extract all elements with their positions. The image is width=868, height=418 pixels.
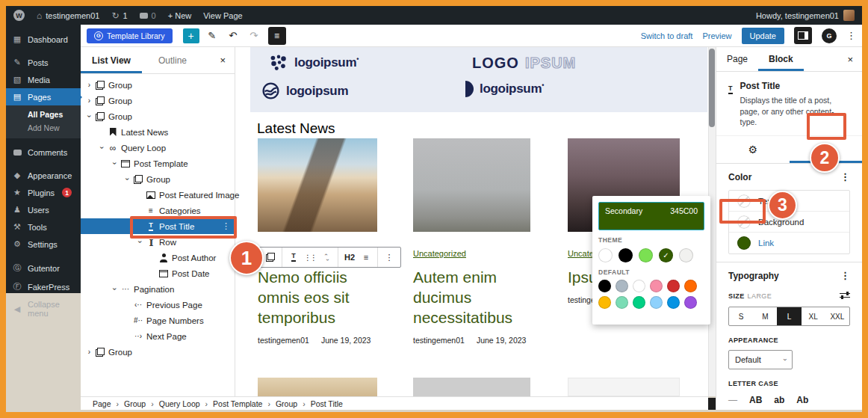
size-xl[interactable]: XL [802,307,825,325]
redo-icon[interactable]: ↷ [246,28,262,44]
listview-item-post-date[interactable]: Post Date [81,265,235,281]
menu-item-fakerpress[interactable]: ⒻFakerPress [6,277,81,296]
color-swatch[interactable] [679,248,693,262]
admin-bar-site[interactable]: ⌂ testingemen01 [37,11,99,20]
color-swatch[interactable] [684,280,697,292]
preview-link[interactable]: Preview [702,31,731,40]
listview-item-group-3[interactable]: ›Group [81,108,235,124]
scrollbar-thumb[interactable] [709,49,715,127]
post-title-text[interactable]: Autem enim ducimus necessitatibus [413,267,530,328]
color-swatch[interactable] [667,296,680,309]
size-s[interactable]: S [729,307,753,325]
listview-item-group-1[interactable]: ›Group [81,77,235,93]
tab-settings[interactable]: ⚙ [716,136,790,163]
color-swatch[interactable] [633,280,645,292]
listview-item-row[interactable]: ›][Row [81,234,235,250]
post-author[interactable]: testingemen01 [413,336,465,345]
breadcrumb-group[interactable]: Group [124,399,146,408]
move-up-down-buttons[interactable]: ›› [318,248,335,267]
tab-page[interactable]: Page [716,47,758,71]
listview-item-group-4[interactable]: ›Group [81,171,235,187]
post-date[interactable]: June 19, 2023 [321,336,371,345]
chevron-down-icon[interactable]: › [136,237,144,247]
submenu-all-pages[interactable]: All Pages [6,108,81,121]
color-swatch[interactable] [598,280,611,292]
post-author[interactable]: testingemen01 [258,336,309,345]
options-menu-icon[interactable]: ⋮ [840,270,850,281]
edit-tool-icon[interactable]: ✎ [204,28,220,44]
close-icon[interactable]: × [211,55,235,66]
settings-sidebar-toggle[interactable] [794,27,812,44]
options-menu-icon[interactable]: ⋮ [381,248,397,267]
breadcrumb-query-loop[interactable]: Query Loop [159,399,200,408]
submenu-add-new[interactable]: Add New [6,121,81,135]
list-view-toggle[interactable]: ≡ [268,27,286,45]
color-swatch[interactable] [616,296,628,309]
color-swatch[interactable] [633,296,645,309]
move-down-icon[interactable]: › [323,259,329,261]
size-xxl[interactable]: XXL [825,307,849,325]
listview-item-group-5[interactable]: ›Group [81,344,235,360]
post-date[interactable]: June 19, 2023 [477,336,527,345]
color-swatch[interactable] [650,296,663,309]
latest-news-heading[interactable]: Latest News [257,120,335,137]
color-swatch[interactable]: ✓ [659,248,673,262]
listview-item-next-page[interactable]: ··›Next Page [81,328,235,344]
case-uppercase[interactable]: AB [749,395,762,405]
update-button[interactable]: Update [742,28,784,44]
drag-handle[interactable]: ⋮⋮ [302,248,318,267]
case-none[interactable]: — [728,395,737,405]
post-title-text[interactable]: Nemo officiis omnis eos sit temporibus [258,267,377,328]
menu-item-media[interactable]: ▧Media [6,71,81,88]
breadcrumb-group-2[interactable]: Group [276,399,297,408]
select-parent-group-button[interactable] [262,248,279,267]
color-swatch[interactable] [684,296,697,309]
listview-item-post-title[interactable]: TPost Title⋮ [81,218,235,234]
chevron-down-icon[interactable]: › [98,143,106,153]
heading-level-button[interactable]: H2 [341,248,358,267]
undo-icon[interactable]: ↶ [225,28,241,44]
admin-bar-updates[interactable]: ↻ 1 [111,11,127,20]
menu-item-posts[interactable]: ✎Posts [6,54,81,71]
user-avatar[interactable] [843,10,855,21]
listview-item-pagination[interactable]: ›···Pagination [81,281,235,297]
listview-item-post-featured-image[interactable]: Post Featured Image [81,187,235,203]
howdy-label[interactable]: Howdy, testingemen01 [756,11,839,20]
wordpress-logo-icon[interactable]: W [13,10,25,21]
color-swatch[interactable] [639,248,653,262]
case-capitalize[interactable]: Ab [796,395,808,405]
listview-item-latest-news[interactable]: Latest News [81,124,235,140]
menu-item-plugins[interactable]: ★Plugins1 [6,184,81,201]
chevron-down-icon[interactable]: › [111,284,119,294]
post-featured-image[interactable] [413,138,530,232]
menu-item-settings[interactable]: ⚙Settings [6,236,81,253]
chevron-down-icon[interactable]: › [123,174,131,184]
chevron-down-icon[interactable]: › [111,159,119,168]
admin-bar-view-page[interactable]: View Page [203,11,242,20]
menu-item-users[interactable]: ♟Users [6,201,81,218]
chevron-right-icon[interactable]: › [84,348,94,356]
listview-item-categories[interactable]: ≡Categories [81,203,235,218]
admin-bar-comments[interactable]: 0 [140,11,156,20]
color-swatch[interactable] [667,280,680,292]
selected-color-header[interactable]: Secondary 345C00 [598,202,704,230]
size-m[interactable]: M [753,307,777,325]
chevron-right-icon[interactable]: › [84,81,94,89]
listview-item-post-template[interactable]: ›Post Template [81,156,235,171]
move-up-icon[interactable]: › [323,253,329,256]
category-link[interactable]: Uncategorized [413,249,466,258]
menu-item-collapse[interactable]: ◀Collapse menu [6,296,81,322]
listview-item-group-2[interactable]: ›Group [81,93,235,108]
appearance-select[interactable]: Default › [728,350,793,369]
size-settings-icon[interactable] [840,292,850,300]
size-l[interactable]: L [777,307,801,325]
listview-item-page-numbers[interactable]: #··Page Numbers [81,313,235,328]
chevron-down-icon[interactable]: › [85,111,93,121]
block-inserter-button[interactable]: + [183,28,199,43]
breadcrumb-page[interactable]: Page [93,399,111,408]
align-button[interactable]: ≡ [358,248,374,267]
color-swatch[interactable] [650,280,663,292]
listview-item-query-loop[interactable]: ›∞Query Loop [81,140,235,156]
listview-item-post-author[interactable]: Post Author [81,250,235,265]
tab-list-view[interactable]: List View [81,47,142,73]
